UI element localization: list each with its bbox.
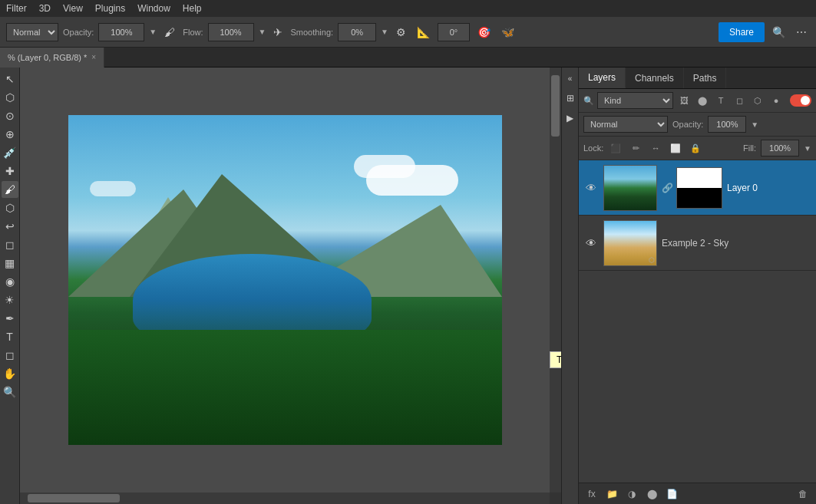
delete-layer-btn[interactable]: 🗑 (795, 486, 811, 502)
menu-filter[interactable]: Filter (6, 3, 27, 14)
new-layer-btn[interactable]: 📄 (663, 486, 680, 502)
history-btn[interactable]: ↩ (2, 218, 18, 235)
horizontal-scrollbar[interactable] (20, 492, 550, 504)
menu-plugins[interactable]: Plugins (95, 3, 125, 14)
angle-btn[interactable]: 📐 (414, 25, 433, 40)
layer-0-visibility-btn[interactable]: 👁 (583, 180, 599, 196)
opacity-input[interactable] (98, 23, 144, 41)
eraser-tool-btn[interactable]: ◻ (2, 236, 18, 253)
lock-artboard2-btn[interactable]: ⬜ (668, 140, 683, 156)
fill-label: Fill: (743, 143, 756, 153)
filter-color-btn[interactable]: ● (768, 93, 784, 108)
fill-arrow[interactable]: ▼ (804, 144, 811, 153)
layer-0-mask-content (677, 168, 722, 208)
pen-tool-btn[interactable]: ✒ (2, 310, 18, 327)
smoothing-dropdown-btn[interactable]: ▼ (381, 28, 388, 36)
filter-adjust-btn[interactable]: ⬤ (695, 93, 710, 108)
filter-pixel-btn[interactable]: 🖼 (676, 93, 692, 108)
right-panel: Layers Channels Paths 🔍 Kind 🖼 ⬤ T ◻ ⬡ ●… (578, 68, 816, 504)
fx-btn[interactable]: fx (583, 486, 600, 502)
tab-channels[interactable]: Channels (626, 68, 684, 88)
heal-tool-btn[interactable]: ✚ (2, 163, 18, 180)
shape-tool-btn[interactable]: ◻ (2, 347, 18, 364)
symmetry-btn[interactable]: 🎯 (474, 25, 494, 40)
panel-collapse-btn[interactable]: « (563, 71, 578, 86)
menu-3d[interactable]: 3D (39, 3, 51, 14)
layer-blend-select[interactable]: Normal Multiply Screen Overlay (583, 116, 668, 133)
blend-row: Normal Multiply Screen Overlay Opacity: … (579, 113, 816, 137)
left-toolbar: ↖ ⬡ ⊙ ⊕ 💉 ✚ 🖌 ⬡ ↩ ◻ ▦ ◉ ☀ ✒ T ◻ ✋ 🔍 (0, 68, 20, 504)
canvas-area[interactable]: Toggles layer visibility. Opt-click to o… (20, 68, 561, 504)
lock-artboard-btn[interactable]: ✏ (628, 140, 643, 156)
new-group-btn[interactable]: 📁 (603, 486, 620, 502)
search-btn[interactable]: 🔍 (769, 25, 788, 40)
layer-item-1[interactable]: 👁 ⬡ Example 2 - Sky (579, 216, 816, 271)
clone-tool-btn[interactable]: ⬡ (2, 199, 18, 216)
layer-opacity-input[interactable] (708, 116, 746, 133)
flow-input[interactable] (208, 23, 254, 41)
move-tool-btn[interactable]: ↖ (2, 71, 18, 87)
flow-dropdown-btn[interactable]: ▼ (259, 28, 266, 36)
filter-type-btn[interactable]: T (713, 93, 728, 108)
vertical-scroll-thumb[interactable] (551, 75, 560, 137)
layer-1-smart-icon: ⬡ (649, 256, 655, 264)
tab-bar: % (Layer 0, RGB/8) * × (0, 48, 816, 68)
new-mask-btn[interactable]: ⬤ (643, 486, 660, 502)
settings-btn[interactable]: ⚙ (393, 25, 409, 40)
vertical-scrollbar[interactable] (550, 68, 561, 492)
crop-tool-btn[interactable]: ⊕ (2, 126, 18, 143)
document-tab[interactable]: % (Layer 0, RGB/8) * × (0, 48, 104, 68)
flow-label: Flow: (183, 28, 203, 37)
layer-0-chain-icon: 🔗 (662, 183, 673, 193)
dodge-tool-btn[interactable]: ☀ (2, 292, 18, 308)
layer-item-0[interactable]: 👁 🔗 Layer 0 (579, 160, 816, 216)
menu-window[interactable]: Window (137, 3, 170, 14)
filter-shape-btn[interactable]: ◻ (732, 93, 747, 108)
opacity-label: Opacity: (63, 28, 94, 37)
fill-input[interactable] (761, 140, 799, 156)
share-button[interactable]: Share (719, 22, 765, 42)
lock-position-btn[interactable]: ↔ (648, 140, 663, 156)
filter-smart-btn[interactable]: ⬡ (750, 93, 765, 108)
lock-all-btn[interactable]: 🔒 (688, 140, 703, 156)
panel-tabs: Layers Channels Paths (579, 68, 816, 89)
layer-1-visibility-btn[interactable]: 👁 (583, 236, 599, 251)
smoothing-input[interactable] (338, 23, 376, 41)
butterfly-btn[interactable]: 🦋 (498, 25, 517, 40)
zoom-tool-btn[interactable]: 🔍 (2, 384, 18, 400)
gradient-tool-btn[interactable]: ▦ (2, 255, 18, 272)
layers-list: 👁 🔗 Layer 0 👁 ⬡ Example 2 - (579, 160, 816, 483)
menu-view[interactable]: View (63, 3, 83, 14)
lock-row: Lock: ⬛ ✏ ↔ ⬜ 🔒 Fill: ▼ (579, 137, 816, 160)
type-tool-btn[interactable]: T (2, 328, 18, 345)
eyedropper-tool-btn[interactable]: 💉 (2, 144, 18, 161)
brush-tool-btn[interactable]: 🖌 (161, 25, 178, 40)
menu-bar: Filter 3D View Plugins Window Help (0, 0, 816, 17)
landscape-bg (68, 115, 502, 445)
new-adjustment-btn[interactable]: ◑ (623, 486, 640, 502)
tab-close-btn[interactable]: × (91, 53, 96, 61)
menu-help[interactable]: Help (183, 3, 202, 14)
filter-kind-select[interactable]: Kind (597, 92, 673, 109)
brush-sidebar-btn[interactable]: 🖌 (2, 181, 18, 198)
horizontal-scroll-thumb[interactable] (28, 494, 120, 502)
angle-input[interactable] (438, 23, 470, 41)
tab-paths[interactable]: Paths (684, 68, 727, 88)
canvas-content (20, 68, 550, 492)
panel-icon-1[interactable]: ⊞ (563, 91, 578, 106)
blur-tool-btn[interactable]: ◉ (2, 273, 18, 290)
hand-tool-btn[interactable]: ✋ (2, 365, 18, 382)
layer-opacity-label: Opacity: (672, 120, 703, 129)
more-btn[interactable]: ⋯ (793, 25, 810, 40)
blend-mode-select[interactable]: Normal Multiply Screen Overlay (6, 23, 58, 41)
opacity-dropdown-btn[interactable]: ▼ (149, 28, 157, 36)
filter-toggle[interactable] (790, 94, 811, 107)
tab-layers[interactable]: Layers (579, 68, 626, 88)
layer-opacity-arrow[interactable]: ▼ (751, 120, 758, 129)
select-tool-btn[interactable]: ⬡ (2, 89, 18, 106)
lock-pixels-btn[interactable]: ⬛ (608, 140, 623, 156)
airbrush-btn[interactable]: ✈ (270, 25, 286, 40)
panel-icon-2[interactable]: ▶ (563, 110, 578, 126)
lasso-tool-btn[interactable]: ⊙ (2, 107, 18, 124)
tooltip-text: Toggles layer visibility. Opt-click to o… (557, 354, 561, 365)
